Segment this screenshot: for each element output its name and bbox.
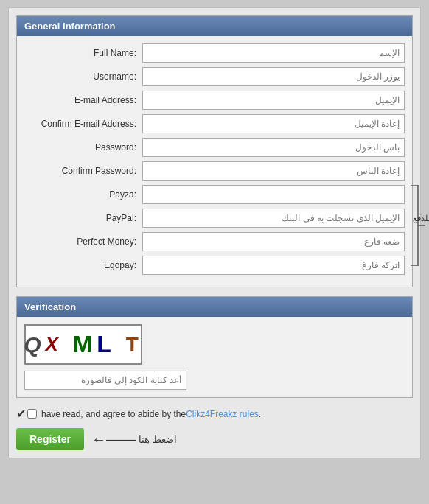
agree-link[interactable]: Clikz4Freakz rules [186, 409, 259, 419]
captcha-char-m: M [73, 331, 97, 358]
fullname-input[interactable] [142, 43, 405, 63]
main-container: General Information Full Name: Username:… [8, 7, 421, 458]
payza-input[interactable] [142, 185, 405, 204]
verification-body: Q X M L T [17, 317, 412, 397]
password-input[interactable] [142, 138, 405, 157]
captcha-char-q: Q [24, 332, 45, 357]
password-row: Password: [24, 138, 405, 157]
confirm-email-label: Confirm E-mail Address: [24, 119, 142, 129]
captcha-image: Q X M L T [24, 324, 142, 365]
agree-period: . [259, 409, 261, 419]
agree-row: ✔ have read, and agree to abide by the C… [16, 407, 413, 421]
confirm-password-row: Confirm Password: [24, 161, 405, 181]
username-label: Username: [24, 71, 142, 82]
egopay-input[interactable] [142, 256, 405, 275]
perfect-money-label: Perfect Money: [24, 237, 142, 247]
paypal-label: PayPal: [24, 213, 142, 223]
paypal-row: PayPal: البنوك للدفع [24, 209, 405, 228]
payment-bracket-label: البنوك للدفع [413, 214, 429, 223]
general-info-header: General Information [17, 16, 412, 36]
arrow-icon: ←—— [91, 431, 136, 448]
confirm-email-row: Confirm E-mail Address: [24, 114, 405, 133]
email-row: E-mail Address: [24, 91, 405, 110]
agree-checkbox[interactable] [27, 409, 37, 419]
register-row: Register ←—— اضغط هنا [16, 428, 413, 450]
general-info-body: Full Name: Username: E-mail Address: Con… [17, 36, 412, 287]
checkmark-icon: ✔ [16, 407, 26, 421]
perfect-money-input[interactable] [142, 232, 405, 251]
email-input[interactable] [142, 91, 405, 110]
paypal-input[interactable] [142, 209, 405, 228]
password-label: Password: [24, 142, 142, 153]
egopay-row: Egopay: [24, 256, 405, 275]
perfect-money-row: Perfect Money: [24, 232, 405, 251]
captcha-input[interactable] [24, 371, 186, 390]
username-row: Username: [24, 67, 405, 86]
confirm-password-input[interactable] [142, 161, 405, 181]
payza-label: Payza: [24, 189, 142, 200]
fullname-label: Full Name: [24, 48, 142, 58]
captcha-char-t: T [126, 333, 143, 357]
captcha-char-l: L [97, 331, 116, 358]
verification-header: Verification [17, 297, 412, 317]
egopay-label: Egopay: [24, 260, 142, 270]
confirm-email-input[interactable] [142, 114, 405, 133]
bracket-svg [409, 185, 425, 266]
fullname-row: Full Name: [24, 43, 405, 63]
agree-text: have read, and agree to abide by the [41, 409, 186, 419]
arrow-area: ←—— اضغط هنا [91, 431, 177, 448]
register-button[interactable]: Register [16, 428, 84, 450]
confirm-password-label: Confirm Password: [24, 166, 142, 176]
email-label: E-mail Address: [24, 95, 142, 105]
verification-section: Verification Q X M L T [16, 296, 413, 398]
arrow-label: اضغط هنا [139, 434, 177, 445]
payza-row: Payza: [24, 185, 405, 204]
general-info-section: General Information Full Name: Username:… [16, 15, 413, 287]
username-input[interactable] [142, 67, 405, 86]
captcha-char-x: X [46, 333, 63, 356]
